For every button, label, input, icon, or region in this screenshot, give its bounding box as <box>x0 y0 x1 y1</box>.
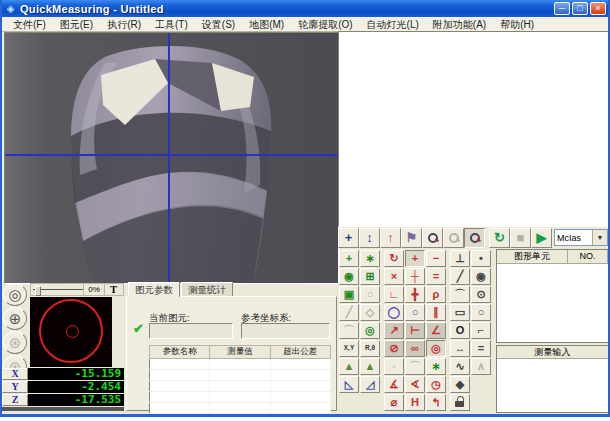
title-bar[interactable]: ◈ QuickMeasuring - Untitled ─□× <box>2 0 608 17</box>
measure-mode-combo[interactable]: McIas ▼ <box>554 229 608 246</box>
bullseye-button[interactable]: ◎ <box>360 322 380 339</box>
graphic-unit-header-name[interactable]: 图形单元 <box>497 250 568 263</box>
circle-dot-button[interactable]: ◉ <box>339 268 359 285</box>
rectangle-tool-button[interactable]: ▭ <box>450 304 470 321</box>
diameter-button[interactable]: ⌀ <box>384 394 404 411</box>
tab-element-params[interactable]: 图元参数 <box>128 282 180 297</box>
wave-tool-button[interactable]: ∿ <box>450 358 470 375</box>
distance-angle-button[interactable]: ∠ <box>426 322 446 339</box>
light-intensity-slider[interactable] <box>33 285 83 294</box>
camera-view[interactable] <box>4 32 339 284</box>
menu-addons[interactable]: 附加功能(A) <box>426 18 493 31</box>
boxed-plus-icon: ⊞ <box>365 271 374 282</box>
point-tool-button[interactable]: • <box>471 250 491 267</box>
slope-button-2[interactable]: ◿ <box>360 376 380 393</box>
measure-input-panel: 测量输入 <box>496 345 609 413</box>
equals-black-button[interactable]: = <box>471 340 491 357</box>
point-move-button[interactable]: ↑ <box>380 228 401 248</box>
horizontal-arrow-button[interactable]: ↔ <box>450 340 470 357</box>
menu-help[interactable]: 帮助(H) <box>493 18 541 31</box>
minus-tool-button[interactable]: − <box>426 250 446 267</box>
params-table-cell <box>210 359 270 370</box>
close-button[interactable]: × <box>590 2 606 15</box>
menu-tools[interactable]: 工具(T) <box>148 18 195 31</box>
parallel-button[interactable]: ∥ <box>426 304 446 321</box>
circle-tool-button[interactable]: ◉ <box>471 268 491 285</box>
pan-button[interactable]: + <box>338 228 359 248</box>
tool-grid-row: X,YR,θ⊘∞◎↔= <box>339 339 495 357</box>
circle-circle-distance-button[interactable]: ◎ <box>426 340 446 357</box>
arc-tool-button[interactable]: ⌒ <box>450 286 470 303</box>
add-element-button[interactable]: + <box>339 250 359 267</box>
coord-xy-button[interactable]: X,Y <box>339 340 359 357</box>
search-point-button[interactable]: ρ <box>426 286 446 303</box>
width-h-button[interactable]: H <box>405 394 425 411</box>
two-circles-button[interactable]: ∞ <box>405 340 425 357</box>
flag-button[interactable]: ⚑ <box>401 228 422 248</box>
menu-auto-light[interactable]: 自动灯光(L) <box>360 18 426 31</box>
graphics-panel[interactable] <box>338 31 609 227</box>
zoom-window-button[interactable] <box>464 228 485 248</box>
diameter-icon: ⌀ <box>391 397 398 408</box>
menu-file[interactable]: 文件(F) <box>6 18 53 31</box>
slider-thumb[interactable] <box>35 286 41 296</box>
curve-tool-button[interactable]: ⌐ <box>471 322 491 339</box>
layers-button[interactable]: ◆ <box>450 376 470 393</box>
distance-line-button[interactable]: ↗ <box>384 322 404 339</box>
menu-contour-extract[interactable]: 轮廓提取(O) <box>291 18 359 31</box>
perpendicular-tool-icon: ⊥ <box>455 253 465 264</box>
light-t-button[interactable]: T <box>104 284 122 295</box>
small-circle-icon: ○ <box>412 307 419 318</box>
big-circle-button[interactable]: ◯ <box>384 304 404 321</box>
params-table-cell <box>210 392 270 403</box>
star-plus-button[interactable]: ∗ <box>426 358 446 375</box>
current-element-field[interactable] <box>149 323 233 339</box>
run-button[interactable]: ▶ <box>531 228 552 248</box>
delete-x-button[interactable]: × <box>384 268 404 285</box>
menu-run[interactable]: 执行(R) <box>100 18 148 31</box>
slope-button-1[interactable]: ◺ <box>339 376 359 393</box>
ring-light-center-button[interactable]: ◎ <box>3 283 27 306</box>
oval-tool-button[interactable]: ○ <box>471 304 491 321</box>
eye-tool-button[interactable]: ⊙ <box>471 286 491 303</box>
menu-map[interactable]: 地图(M) <box>242 18 291 31</box>
lock-button[interactable] <box>450 394 470 411</box>
vertical-move-button[interactable]: ↕ <box>359 228 380 248</box>
crosshair-tool-button[interactable]: ┼ <box>405 268 425 285</box>
angle-lines-button[interactable]: ∡ <box>384 376 404 393</box>
zoom-in-button[interactable] <box>422 228 443 248</box>
graphic-unit-header-no[interactable]: NO. <box>568 250 608 263</box>
terrain-button-2[interactable]: ▲ <box>360 358 380 375</box>
tab-measure-stats[interactable]: 测量统计 <box>181 282 233 296</box>
equals-tool-button[interactable]: = <box>426 268 446 285</box>
bold-o-button[interactable]: O <box>450 322 470 339</box>
menu-element[interactable]: 图元(E) <box>53 18 100 31</box>
minimize-button[interactable]: ─ <box>554 2 570 15</box>
refresh-button[interactable]: ↻ <box>489 228 510 248</box>
ref-frame-field[interactable] <box>241 323 330 339</box>
small-circle-button[interactable]: ○ <box>405 304 425 321</box>
perp-foot-button[interactable]: ∟ <box>384 286 404 303</box>
circle-line-distance-button[interactable]: ⊘ <box>384 340 404 357</box>
measure-input-area[interactable] <box>497 359 608 409</box>
coord-polar-button[interactable]: R,θ <box>360 340 380 357</box>
distance-point-line-button[interactable]: ⊢ <box>405 322 425 339</box>
boxed-plus-button[interactable]: ⊞ <box>360 268 380 285</box>
add-multi-button[interactable]: ∗ <box>360 250 380 267</box>
maximize-button[interactable]: □ <box>572 2 588 15</box>
graphic-unit-list[interactable] <box>497 264 608 342</box>
line-tool-button[interactable]: ╱ <box>450 268 470 285</box>
params-table[interactable]: 参数名称测量值超出公差 <box>149 345 331 417</box>
move-cross-button[interactable]: ╋ <box>405 286 425 303</box>
red-cross-tool-button[interactable]: + <box>405 250 425 267</box>
terrain-button-1[interactable]: ▲ <box>339 358 359 375</box>
corner-arrow-button[interactable]: ↰ <box>426 394 446 411</box>
combo-dropdown-icon[interactable]: ▼ <box>592 230 607 245</box>
ring-light-cross-button[interactable]: ⊕ <box>3 307 27 330</box>
camera-capture-button[interactable]: ▣ <box>339 286 359 303</box>
clock-button[interactable]: ◷ <box>426 376 446 393</box>
protractor-button[interactable]: ∢ <box>405 376 425 393</box>
menu-settings[interactable]: 设置(S) <box>195 18 242 31</box>
rotate-tool-button[interactable]: ↻ <box>384 250 404 267</box>
perpendicular-tool-button[interactable]: ⊥ <box>450 250 470 267</box>
